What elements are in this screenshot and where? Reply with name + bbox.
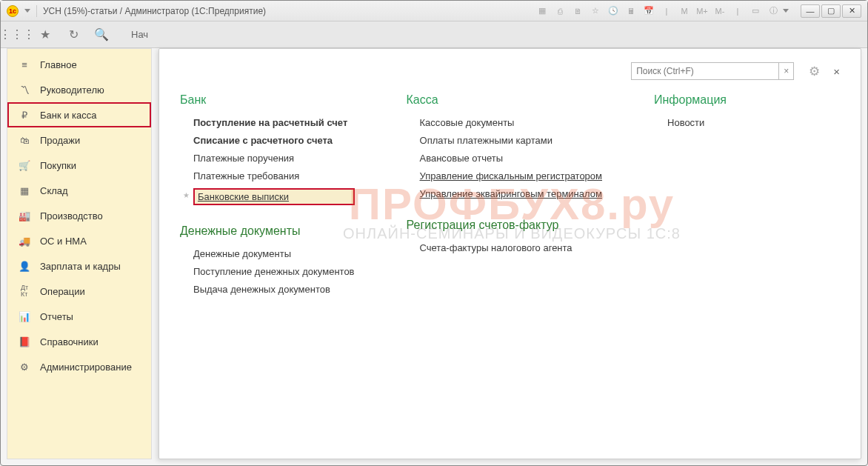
section-info-list: Новости xyxy=(654,117,727,128)
menu-link[interactable]: Новости xyxy=(667,117,727,128)
minimize-button[interactable]: — xyxy=(801,4,820,18)
divider xyxy=(36,5,37,17)
sidebar-item-refs[interactable]: 📕Справочники xyxy=(7,329,151,354)
sidebar-item-director[interactable]: 〽Руководителю xyxy=(7,77,151,102)
panel-close-button[interactable]: × xyxy=(833,65,840,78)
sidebar-item-production[interactable]: 🏭Производство xyxy=(7,203,151,228)
column-bank: Банк Поступление на расчетный счет Списа… xyxy=(180,93,355,314)
section-bank-title[interactable]: Банк xyxy=(180,93,355,107)
info-icon[interactable]: ⓘ xyxy=(767,4,780,18)
menu-link[interactable]: Кассовые документы xyxy=(420,117,603,128)
settings-icon[interactable]: ⚙ xyxy=(809,64,820,79)
m-button[interactable]: M xyxy=(678,4,691,18)
sidebar-item-hr[interactable]: 👤Зарплата и кадры xyxy=(7,253,151,279)
section-bank-list: Поступление на расчетный счет Списание с… xyxy=(180,117,355,205)
window-controls: — ▢ ✕ xyxy=(801,4,861,18)
menu-icon: ≡ xyxy=(18,58,31,71)
section-money-docs-list: Денежные документы Поступление денежных … xyxy=(180,248,355,295)
menu-link[interactable]: Выдача денежных документов xyxy=(193,284,355,295)
sep-icon: | xyxy=(660,4,673,18)
sidebar-item-purchases[interactable]: 🛒Покупки xyxy=(7,153,151,178)
print-icon[interactable]: ⎙ xyxy=(553,4,567,18)
sidebar-item-reports[interactable]: 📊Отчеты xyxy=(7,304,151,329)
sidebar-item-label: Производство xyxy=(40,210,103,222)
section-kassa-list: Кассовые документы Оплаты платежными кар… xyxy=(407,117,603,199)
sidebar-item-label: Склад xyxy=(40,185,68,196)
tab-start[interactable]: Нач xyxy=(131,29,148,40)
panel-top: × ⚙ × xyxy=(180,62,840,80)
sidebar-item-sales[interactable]: 🛍Продажи xyxy=(7,127,151,153)
maximize-button[interactable]: ▢ xyxy=(821,4,841,18)
sidebar-item-stock[interactable]: ▦Склад xyxy=(7,178,151,203)
favorite-icon[interactable]: ★ xyxy=(38,27,53,42)
close-button[interactable]: ✕ xyxy=(842,4,861,18)
column-kassa: Касса Кассовые документы Оплаты платежны… xyxy=(407,93,603,314)
book-icon: 📕 xyxy=(18,335,31,348)
top-icon-group: ▦ ⎙ 🗎 ☆ 🕓 🖩 📅 | M M+ M- | ▭ ⓘ xyxy=(535,4,790,18)
search-input[interactable] xyxy=(636,66,774,76)
search-clear-button[interactable]: × xyxy=(779,62,794,80)
truck-icon: 🚚 xyxy=(18,234,31,247)
factory-icon: 🏭 xyxy=(18,209,31,222)
star-icon[interactable]: ☆ xyxy=(589,4,602,18)
sep-icon: | xyxy=(731,4,744,18)
dropdown-icon[interactable] xyxy=(24,9,30,13)
columns: Банк Поступление на расчетный счет Списа… xyxy=(180,93,840,314)
menu-link[interactable]: Оплаты платежными картами xyxy=(420,135,603,146)
m-minus-button[interactable]: M- xyxy=(713,4,727,18)
sidebar: ≡Главное 〽Руководителю ₽Банк и касса 🛍Пр… xyxy=(7,48,152,459)
content-panel: × ⚙ × Банк Поступление на расчетный счет… xyxy=(158,48,861,459)
doc-icon[interactable]: 🗎 xyxy=(571,4,584,18)
history-icon[interactable]: ↻ xyxy=(66,27,81,42)
menu-link[interactable]: Списание с расчетного счета xyxy=(193,135,355,146)
menu-link[interactable]: Счета-фактуры налогового агента xyxy=(420,242,603,253)
dtkt-icon: ДтКт xyxy=(18,284,31,298)
chart-icon: 〽 xyxy=(18,83,31,96)
menu-link[interactable]: Платежные поручения xyxy=(193,153,355,164)
sidebar-item-operations[interactable]: ДтКтОперации xyxy=(7,279,151,304)
sidebar-item-label: Администрирование xyxy=(40,362,132,373)
menu-link[interactable]: Управление эквайринговым терминалом xyxy=(420,188,603,199)
sidebar-item-label: Справочники xyxy=(40,336,99,347)
m-plus-button[interactable]: M+ xyxy=(695,4,709,18)
calc-icon[interactable]: 🖩 xyxy=(624,4,638,18)
chevron-down-icon[interactable] xyxy=(783,9,789,13)
section-kassa-title[interactable]: Касса xyxy=(407,93,603,107)
sidebar-item-bank[interactable]: ₽Банк и касса xyxy=(7,102,151,127)
sidebar-item-label: ОС и НМА xyxy=(40,236,87,247)
menu-link[interactable]: Платежные требования xyxy=(193,170,355,182)
menu-link[interactable]: Авансовые отчеты xyxy=(420,153,603,164)
gear-icon: ⚙ xyxy=(18,360,31,373)
section-invoices-title[interactable]: Регистрация счетов-фактур xyxy=(407,219,603,232)
sidebar-item-admin[interactable]: ⚙Администрирование xyxy=(7,354,151,379)
apps-icon[interactable]: ⋮⋮⋮ xyxy=(10,27,24,42)
clock-icon[interactable]: 🕓 xyxy=(607,4,620,18)
sidebar-item-label: Операции xyxy=(40,286,85,297)
search-box[interactable] xyxy=(631,62,779,80)
menu-link[interactable]: Денежные документы xyxy=(193,248,355,259)
menu-link[interactable]: Управление фискальным регистратором xyxy=(420,170,603,182)
section-info-title[interactable]: Информация xyxy=(654,93,727,107)
sidebar-item-label: Банк и касса xyxy=(40,110,97,121)
grid-icon[interactable]: ▦ xyxy=(535,4,549,18)
sidebar-item-label: Руководителю xyxy=(40,84,104,96)
person-icon: 👤 xyxy=(18,259,31,273)
app-window: 1c УСН (15%)-статьи / Администратор (1С:… xyxy=(0,0,868,466)
menu-link[interactable]: Поступление денежных документов xyxy=(193,266,355,277)
sidebar-item-label: Покупки xyxy=(40,160,76,171)
boxes-icon: ▦ xyxy=(18,184,31,197)
section-invoices-list: Счета-фактуры налогового агента xyxy=(407,242,603,253)
section-money-docs-title[interactable]: Денежные документы xyxy=(180,224,355,238)
layout-icon[interactable]: ▭ xyxy=(749,4,762,18)
menu-link-bank-statements[interactable]: Банковские выписки xyxy=(193,188,355,205)
sidebar-item-main[interactable]: ≡Главное xyxy=(7,52,151,77)
bars-icon: 📊 xyxy=(18,310,31,323)
menu-link[interactable]: Поступление на расчетный счет xyxy=(193,117,355,128)
search-icon[interactable]: 🔍 xyxy=(94,27,109,42)
body-area: ≡Главное 〽Руководителю ₽Банк и касса 🛍Пр… xyxy=(7,48,861,459)
sidebar-item-assets[interactable]: 🚚ОС и НМА xyxy=(7,228,151,253)
cal-icon[interactable]: 📅 xyxy=(642,4,655,18)
column-info: Информация Новости xyxy=(654,93,727,314)
ruble-icon: ₽ xyxy=(18,108,31,122)
sidebar-item-label: Главное xyxy=(40,59,77,70)
